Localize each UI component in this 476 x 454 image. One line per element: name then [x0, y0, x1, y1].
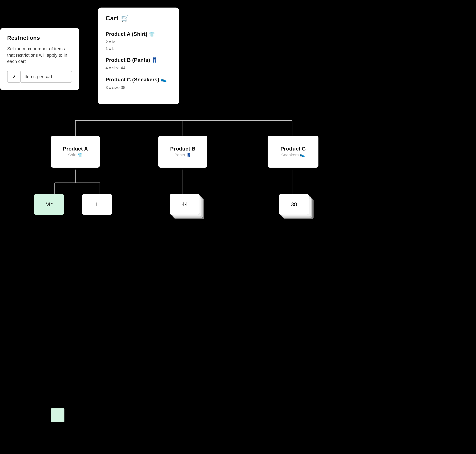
- product-b-name: Product B: [170, 146, 195, 152]
- sneakers-icon: 👟: [161, 77, 167, 83]
- variant-44-node[interactable]: 44: [169, 194, 200, 215]
- cart-product-b-name: Product B (Pants) 👖: [106, 57, 171, 63]
- variant-l-label: L: [96, 201, 99, 208]
- restrictions-number-input[interactable]: 2: [7, 71, 21, 83]
- cart-product-a: Product A (Shirt) 👕 2 x M 1 x L: [106, 31, 171, 52]
- pants-icon: 👖: [152, 57, 158, 63]
- restrictions-description: Set the max number of items that restric…: [7, 45, 72, 65]
- product-c-node[interactable]: Product C Sneakers 👟: [268, 136, 318, 168]
- variant-m-asterisk: *: [51, 202, 53, 207]
- restrictions-label: Items per cart: [21, 71, 72, 83]
- cart-icon: 🛒: [121, 14, 129, 22]
- product-b-node[interactable]: Product B Pants 👖: [158, 136, 207, 168]
- cart-product-c: Product C (Sneakers) 👟 3 x size 38: [106, 77, 171, 91]
- cart-product-c-details: 3 x size 38: [106, 84, 171, 91]
- sneakers-tree-icon: 👟: [300, 153, 305, 158]
- product-c-sub: Sneakers 👟: [281, 153, 305, 158]
- variant-l-node[interactable]: L: [82, 194, 112, 215]
- cart-product-a-details: 2 x M 1 x L: [106, 39, 171, 52]
- cart-product-a-name: Product A (Shirt) 👕: [106, 31, 171, 37]
- cart-divider: [106, 26, 171, 26]
- shirt-tree-icon: 👕: [78, 153, 83, 158]
- cart-card: Cart 🛒 Product A (Shirt) 👕 2 x M 1 x L P…: [98, 8, 179, 104]
- variant-m-label: M: [45, 201, 50, 208]
- restrictions-card: Restrictions Set the max number of items…: [0, 28, 79, 90]
- restrictions-input-row: 2 Items per cart: [7, 71, 72, 83]
- tree-connectors: [51, 106, 409, 275]
- shirt-icon: 👕: [149, 31, 155, 37]
- product-b-sub: Pants 👖: [174, 153, 191, 158]
- product-a-sub: Shirt 👕: [68, 153, 83, 158]
- variant-44-label: 44: [182, 201, 188, 208]
- restrictions-title: Restrictions: [7, 35, 72, 41]
- cart-product-c-name: Product C (Sneakers) 👟: [106, 77, 171, 83]
- product-c-name: Product C: [280, 146, 306, 152]
- pants-tree-icon: 👖: [186, 153, 191, 158]
- cart-header: Cart 🛒: [106, 14, 171, 22]
- variant-m-node[interactable]: M *: [34, 194, 64, 215]
- green-square-indicator: [51, 409, 64, 422]
- cart-product-b: Product B (Pants) 👖 4 x size 44: [106, 57, 171, 71]
- variant-38-node[interactable]: 38: [279, 194, 309, 215]
- variant-38-label: 38: [291, 201, 297, 208]
- cart-product-b-details: 4 x size 44: [106, 65, 171, 71]
- product-a-node[interactable]: Product A Shirt 👕: [51, 136, 100, 168]
- cart-title: Cart: [106, 15, 118, 22]
- product-a-name: Product A: [63, 146, 88, 152]
